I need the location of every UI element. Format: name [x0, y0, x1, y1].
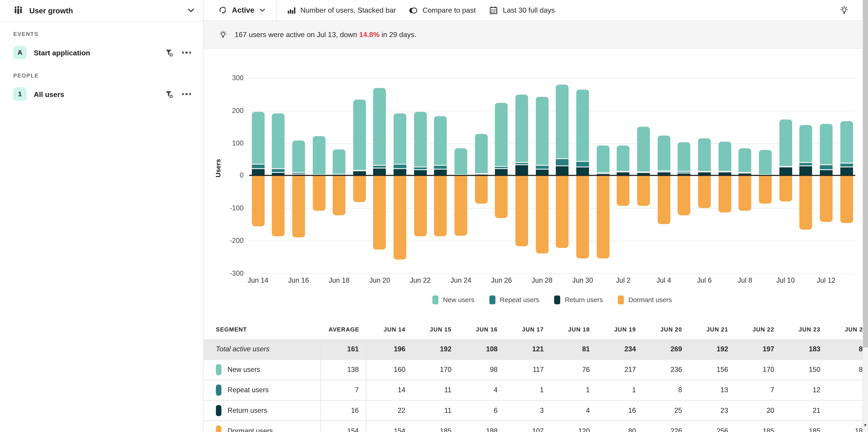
bar-segment-new-users-jul-10[interactable]	[779, 120, 792, 166]
table-row-new-users[interactable]: New users1381601709811776217236156170150…	[204, 360, 862, 380]
bar-segment-dormant-users-jun-25[interactable]	[475, 176, 487, 203]
bar-segment-repeat-users-jun-28[interactable]	[536, 165, 548, 169]
table-row-return-users[interactable]: Return users16221163416252320214	[204, 401, 862, 421]
event-item-start-application[interactable]: A Start application	[13, 44, 193, 61]
legend-item-new-users[interactable]: New users	[432, 296, 474, 304]
bar-segment-new-users-jul-12[interactable]	[819, 124, 832, 164]
bar-segment-repeat-users-jun-15[interactable]	[272, 169, 285, 172]
add-filter-icon[interactable]	[164, 90, 174, 99]
bar-segment-new-users-jun-29[interactable]	[556, 85, 569, 158]
segment-label-cell[interactable]: Dormant users	[204, 421, 321, 432]
bar-segment-return-users-jun-26[interactable]	[495, 168, 508, 175]
bar-segment-return-users-jun-20[interactable]	[373, 167, 386, 175]
bar-segment-dormant-users-jun-26[interactable]	[495, 176, 508, 218]
bar-segment-dormant-users-jun-16[interactable]	[292, 176, 305, 237]
bar-segment-repeat-users-jul-2[interactable]	[617, 171, 629, 172]
bar-segment-dormant-users-jun-19[interactable]	[353, 176, 366, 202]
bar-segment-repeat-users-jun-19[interactable]	[353, 170, 366, 170]
bar-segment-return-users-jul-9[interactable]	[759, 175, 772, 175]
bar-segment-dormant-users-jul-10[interactable]	[779, 176, 792, 201]
bar-segment-dormant-users-jun-29[interactable]	[556, 176, 569, 248]
bar-segment-return-users-jun-21[interactable]	[394, 168, 406, 175]
table-row-total-active-users[interactable]: Total active users1611961921081218123426…	[204, 339, 862, 360]
chart-type-button[interactable]: Number of users, Stacked bar	[287, 6, 396, 14]
bar-segment-dormant-users-jun-23[interactable]	[434, 176, 447, 236]
bar-segment-return-users-jul-8[interactable]	[739, 172, 751, 175]
bar-segment-new-users-jul-2[interactable]	[617, 146, 629, 171]
bar-segment-repeat-users-jul-13[interactable]	[840, 163, 852, 167]
bar-segment-repeat-users-jul-7[interactable]	[718, 171, 731, 171]
bar-segment-dormant-users-jul-7[interactable]	[718, 176, 731, 212]
people-item-all-users[interactable]: 1 All users	[13, 86, 193, 102]
bar-segment-return-users-jun-15[interactable]	[272, 172, 285, 175]
bar-segment-return-users-jun-25[interactable]	[475, 174, 487, 175]
bar-segment-new-users-jul-9[interactable]	[759, 150, 772, 174]
bar-segment-new-users-jun-21[interactable]	[394, 113, 406, 164]
bar-segment-new-users-jun-25[interactable]	[475, 134, 487, 173]
bar-segment-new-users-jun-17[interactable]	[312, 136, 325, 174]
bar-segment-return-users-jul-3[interactable]	[637, 172, 650, 175]
bar-segment-return-users-jun-24[interactable]	[455, 174, 467, 175]
bar-segment-repeat-users-jul-4[interactable]	[657, 170, 670, 172]
bar-segment-return-users-jul-1[interactable]	[596, 173, 609, 175]
metric-dropdown[interactable]: Active	[204, 0, 276, 21]
bar-segment-new-users-jun-19[interactable]	[353, 100, 366, 170]
bar-segment-return-users-jun-27[interactable]	[515, 165, 528, 175]
bar-segment-new-users-jun-20[interactable]	[373, 88, 386, 165]
bar-segment-dormant-users-jun-17[interactable]	[312, 176, 325, 211]
bar-segment-new-users-jul-11[interactable]	[800, 125, 812, 162]
bar-segment-repeat-users-jul-1[interactable]	[596, 172, 609, 173]
bar-segment-dormant-users-jul-1[interactable]	[596, 176, 609, 258]
bar-segment-return-users-jun-18[interactable]	[333, 174, 345, 175]
bar-segment-return-users-jul-5[interactable]	[678, 172, 690, 175]
bar-segment-return-users-jul-4[interactable]	[657, 172, 670, 175]
bar-segment-dormant-users-jun-22[interactable]	[414, 176, 427, 236]
bar-segment-repeat-users-jul-11[interactable]	[800, 162, 812, 165]
bar-segment-new-users-jun-16[interactable]	[292, 140, 305, 172]
bar-segment-dormant-users-jun-14[interactable]	[252, 176, 264, 226]
bar-segment-return-users-jun-30[interactable]	[576, 167, 589, 175]
bar-segment-return-users-jun-17[interactable]	[312, 175, 325, 175]
bar-segment-repeat-users-jul-9[interactable]	[759, 174, 772, 174]
bar-segment-return-users-jul-11[interactable]	[800, 165, 812, 175]
bar-segment-dormant-users-jun-18[interactable]	[333, 176, 345, 215]
bar-segment-new-users-jun-27[interactable]	[515, 95, 528, 162]
bar-segment-new-users-jul-7[interactable]	[718, 141, 731, 171]
chart-title-bar[interactable]: User growth	[0, 0, 203, 22]
bar-segment-repeat-users-jun-23[interactable]	[434, 165, 447, 169]
segment-label-cell[interactable]: New users	[204, 360, 321, 379]
bar-segment-dormant-users-jul-5[interactable]	[678, 176, 690, 215]
bar-segment-new-users-jun-18[interactable]	[333, 149, 345, 174]
bar-segment-return-users-jul-7[interactable]	[718, 171, 731, 176]
bar-segment-repeat-users-jul-5[interactable]	[678, 171, 690, 172]
bar-segment-new-users-jun-23[interactable]	[434, 116, 447, 165]
bar-segment-repeat-users-jun-21[interactable]	[394, 164, 406, 168]
bar-segment-return-users-jul-2[interactable]	[617, 172, 629, 175]
bar-segment-repeat-users-jun-20[interactable]	[373, 165, 386, 167]
compare-to-past-button[interactable]: Compare to past	[409, 6, 476, 15]
bar-segment-new-users-jun-28[interactable]	[536, 97, 548, 165]
segment-label-cell[interactable]: Total active users	[204, 339, 321, 359]
bar-segment-new-users-jul-4[interactable]	[657, 136, 670, 170]
bar-segment-repeat-users-jun-27[interactable]	[515, 162, 528, 165]
bar-segment-repeat-users-jun-17[interactable]	[312, 174, 325, 174]
bar-segment-dormant-users-jun-20[interactable]	[373, 176, 386, 250]
bar-segment-return-users-jul-12[interactable]	[819, 169, 832, 175]
bar-segment-new-users-jun-26[interactable]	[495, 103, 508, 166]
bar-segment-new-users-jun-14[interactable]	[252, 112, 264, 164]
bar-segment-return-users-jul-10[interactable]	[779, 166, 792, 176]
table-row-repeat-users[interactable]: Repeat users7141141118137120	[204, 380, 862, 401]
bar-segment-repeat-users-jun-22[interactable]	[414, 167, 427, 169]
bar-segment-dormant-users-jul-4[interactable]	[657, 176, 670, 224]
more-options-icon[interactable]	[182, 52, 191, 54]
bar-segment-dormant-users-jul-9[interactable]	[759, 176, 772, 203]
bar-segment-return-users-jul-13[interactable]	[840, 167, 852, 175]
bar-segment-new-users-jul-3[interactable]	[637, 127, 650, 172]
legend-item-return-users[interactable]: Return users	[554, 296, 603, 304]
bar-segment-new-users-jul-13[interactable]	[840, 121, 852, 163]
bar-segment-return-users-jun-22[interactable]	[414, 169, 427, 175]
bar-segment-return-users-jun-14[interactable]	[252, 169, 264, 176]
bar-segment-dormant-users-jun-21[interactable]	[394, 176, 406, 259]
bar-segment-repeat-users-jun-16[interactable]	[292, 172, 305, 174]
bar-segment-new-users-jun-15[interactable]	[272, 113, 285, 169]
